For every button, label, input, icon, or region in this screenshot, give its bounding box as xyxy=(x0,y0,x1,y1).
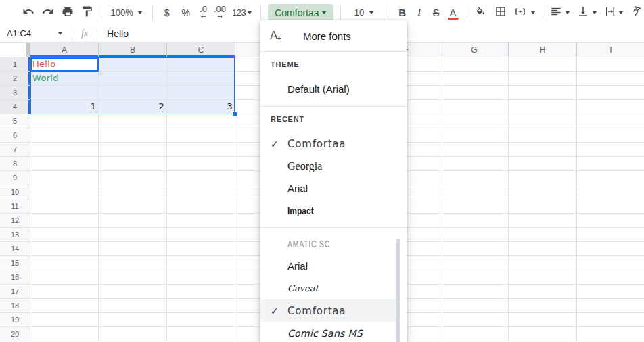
format-currency-button[interactable]: $ xyxy=(158,4,176,22)
cell-G20[interactable] xyxy=(440,327,509,341)
font-menu-item-arial[interactable]: Arial xyxy=(260,177,396,199)
formula-input[interactable]: Hello xyxy=(101,28,129,39)
horizontal-align-dropdown[interactable] xyxy=(564,4,572,22)
print-button[interactable] xyxy=(60,4,75,22)
more-formats-button[interactable]: 123 xyxy=(229,4,255,22)
cell-G15[interactable] xyxy=(440,256,509,270)
cell-B14[interactable] xyxy=(99,242,167,256)
cell-H7[interactable] xyxy=(509,143,577,157)
cell-I13[interactable] xyxy=(577,228,644,242)
cell-G7[interactable] xyxy=(440,143,509,157)
row-header-5[interactable]: 5 xyxy=(0,114,30,128)
font-menu-item-caveat[interactable]: Caveat xyxy=(260,277,396,299)
cell-C4[interactable]: 3 xyxy=(167,100,235,114)
cell-A12[interactable] xyxy=(30,214,99,228)
cell-C20[interactable] xyxy=(167,327,235,341)
cell-A5[interactable] xyxy=(30,114,99,128)
format-percent-button[interactable]: % xyxy=(176,4,196,22)
font-menu-item-impact[interactable]: Impact xyxy=(260,199,396,222)
cell-H15[interactable] xyxy=(509,256,577,270)
cell-G10[interactable] xyxy=(440,185,509,199)
cell-C14[interactable] xyxy=(167,242,235,256)
cell-H9[interactable] xyxy=(509,171,577,185)
row-header-1[interactable]: 1 xyxy=(0,57,30,72)
redo-button[interactable] xyxy=(40,4,55,22)
cell-C1[interactable] xyxy=(167,57,235,72)
row-header-20[interactable]: 20 xyxy=(0,327,30,341)
bold-button[interactable]: B xyxy=(394,4,411,22)
cell-A3[interactable] xyxy=(30,86,99,100)
increase-decimal-button[interactable]: .00 → xyxy=(210,6,229,20)
cell-I16[interactable] xyxy=(577,270,644,285)
cell-I4[interactable] xyxy=(577,100,644,114)
cell-A1[interactable]: Hello xyxy=(30,57,99,72)
row-header-19[interactable]: 19 xyxy=(0,313,30,327)
cell-H5[interactable] xyxy=(509,114,577,128)
cell-I11[interactable] xyxy=(577,199,644,214)
cell-A6[interactable] xyxy=(30,128,99,143)
row-header-9[interactable]: 9 xyxy=(0,171,30,185)
cell-I17[interactable] xyxy=(577,285,644,299)
cell-C18[interactable] xyxy=(167,299,235,313)
cell-C5[interactable] xyxy=(167,114,235,128)
cell-B13[interactable] xyxy=(99,228,167,242)
cell-A11[interactable] xyxy=(30,199,99,214)
cell-A19[interactable] xyxy=(30,313,99,327)
cell-A15[interactable] xyxy=(30,256,99,270)
cell-I12[interactable] xyxy=(577,214,644,228)
row-header-14[interactable]: 14 xyxy=(0,242,30,256)
column-header-C[interactable]: C xyxy=(167,43,235,57)
row-header-2[interactable]: 2 xyxy=(0,72,30,86)
text-wrapping-dropdown[interactable] xyxy=(617,4,625,22)
row-header-11[interactable]: 11 xyxy=(0,199,30,214)
cell-A14[interactable] xyxy=(30,242,99,256)
cell-H16[interactable] xyxy=(509,270,577,285)
column-header-B[interactable]: B xyxy=(99,43,167,57)
cell-A18[interactable] xyxy=(30,299,99,313)
cell-I7[interactable] xyxy=(577,143,644,157)
row-header-8[interactable]: 8 xyxy=(0,157,30,171)
column-header-H[interactable]: H xyxy=(509,43,577,57)
cell-H18[interactable] xyxy=(509,299,577,313)
font-menu-item-arial[interactable]: Arial xyxy=(260,255,396,277)
font-size-selector[interactable]: 10 xyxy=(346,4,383,22)
cell-G3[interactable] xyxy=(440,86,509,100)
text-color-button[interactable]: A xyxy=(444,4,461,22)
row-header-13[interactable]: 13 xyxy=(0,228,30,242)
cell-G18[interactable] xyxy=(440,299,509,313)
cell-I1[interactable] xyxy=(577,57,644,72)
cell-I9[interactable] xyxy=(577,171,644,185)
font-menu-item-amatic-sc[interactable]: Amatic SC xyxy=(260,233,396,255)
cell-B19[interactable] xyxy=(99,313,167,327)
decrease-decimal-button[interactable]: .0 ← xyxy=(196,6,210,20)
italic-button[interactable]: I xyxy=(411,4,428,22)
cell-A13[interactable] xyxy=(30,228,99,242)
text-wrapping-button[interactable] xyxy=(603,4,617,22)
more-fonts-button[interactable]: A+ More fonts xyxy=(260,20,407,51)
cell-I18[interactable] xyxy=(577,299,644,313)
fill-color-button[interactable] xyxy=(473,4,490,22)
cell-B9[interactable] xyxy=(99,171,167,185)
cell-C3[interactable] xyxy=(167,86,235,100)
font-menu-item-default-arial-[interactable]: Default (Arial) xyxy=(260,78,396,100)
cell-C17[interactable] xyxy=(167,285,235,299)
cell-H19[interactable] xyxy=(509,313,577,327)
cell-C15[interactable] xyxy=(167,256,235,270)
cell-B16[interactable] xyxy=(99,270,167,285)
cell-G8[interactable] xyxy=(440,157,509,171)
cell-C13[interactable] xyxy=(167,228,235,242)
row-header-12[interactable]: 12 xyxy=(0,214,30,228)
cell-B10[interactable] xyxy=(99,185,167,199)
cell-I3[interactable] xyxy=(577,86,644,100)
cell-C11[interactable] xyxy=(167,199,235,214)
cell-G2[interactable] xyxy=(440,72,509,86)
column-header-A[interactable]: A xyxy=(30,43,99,57)
cell-A8[interactable] xyxy=(30,157,99,171)
cell-C12[interactable] xyxy=(167,214,235,228)
cell-G19[interactable] xyxy=(440,313,509,327)
row-header-15[interactable]: 15 xyxy=(0,256,30,270)
cell-H10[interactable] xyxy=(509,185,577,199)
cell-B3[interactable] xyxy=(99,86,167,100)
strikethrough-button[interactable]: S xyxy=(428,4,444,22)
row-header-7[interactable]: 7 xyxy=(0,143,30,157)
